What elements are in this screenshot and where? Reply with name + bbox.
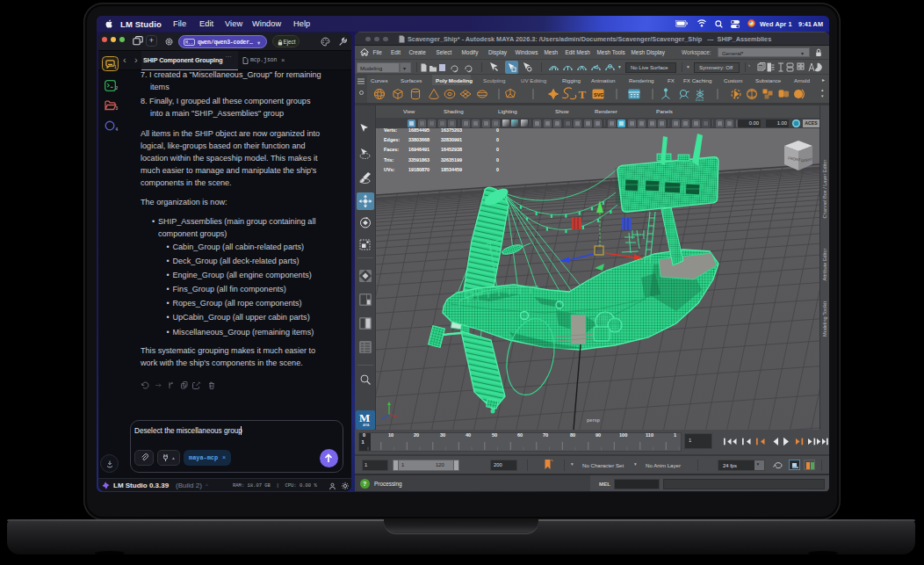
svg-text:Verts:: Verts: bbox=[384, 128, 397, 133]
svg-text:UVs:: UVs: bbox=[384, 167, 394, 172]
svg-text:16854495: 16854495 bbox=[408, 128, 430, 133]
svg-text:18534459: 18534459 bbox=[441, 167, 462, 172]
svg-text:0: 0 bbox=[496, 137, 499, 142]
svg-text:19180870: 19180870 bbox=[408, 167, 430, 172]
svg-text:32635199: 32635199 bbox=[441, 157, 462, 163]
svg-text:0: 0 bbox=[496, 147, 499, 152]
svg-text:SVG: SVG bbox=[594, 92, 604, 98]
svg-text:33803668: 33803668 bbox=[408, 137, 430, 142]
svg-text:32830991: 32830991 bbox=[441, 137, 462, 142]
svg-text:0: 0 bbox=[496, 157, 499, 163]
svg-text:Tris:: Tris: bbox=[384, 157, 394, 163]
svg-text:0: 0 bbox=[496, 128, 499, 133]
svg-text:0: 0 bbox=[496, 167, 499, 172]
svg-text:16375203: 16375203 bbox=[441, 128, 462, 133]
svg-text:persp: persp bbox=[587, 417, 601, 423]
svg-text:16452938: 16452938 bbox=[441, 147, 462, 152]
svg-text:0,0,0: 0,0,0 bbox=[696, 98, 704, 102]
svg-text:T: T bbox=[579, 88, 587, 101]
svg-text:Faces:: Faces: bbox=[384, 147, 399, 152]
svg-text:16946491: 16946491 bbox=[408, 147, 430, 152]
svg-text:33591863: 33591863 bbox=[408, 157, 430, 163]
svg-text:Edges:: Edges: bbox=[384, 137, 400, 142]
